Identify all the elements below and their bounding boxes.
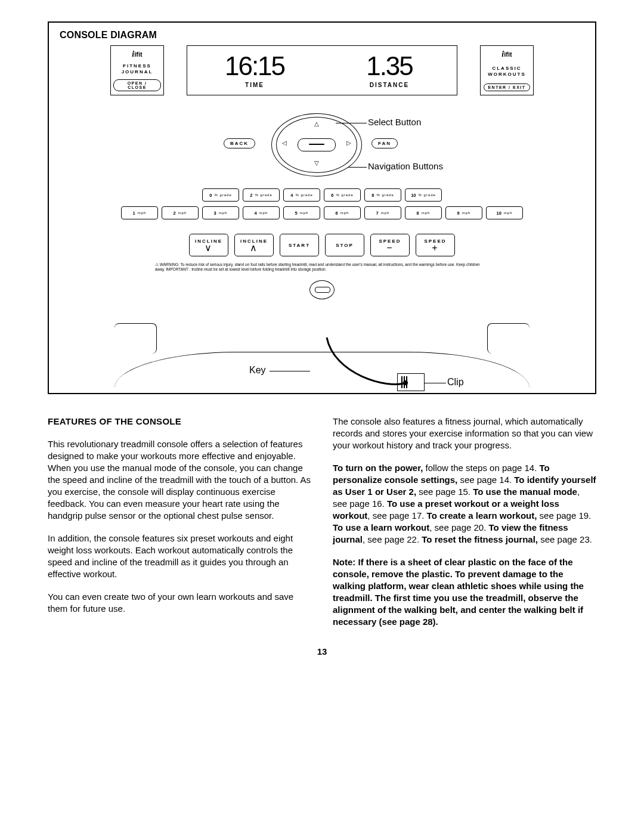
annotation-leader	[336, 123, 367, 123]
paragraph: You can even create two of your own lear…	[48, 591, 311, 615]
warning-text: ⚠ WARNING: To reduce risk of serious inj…	[155, 262, 489, 272]
speed-button-9[interactable]: 9mph	[445, 206, 482, 219]
safety-key-port[interactable]	[309, 280, 335, 299]
speed-button-5[interactable]: 5mph	[283, 206, 320, 219]
page-number: 13	[48, 646, 596, 657]
paragraph: In addition, the console features six pr…	[48, 532, 311, 580]
back-button[interactable]: BACK	[224, 138, 255, 148]
speed-button-2[interactable]: 2mph	[162, 206, 199, 219]
grade-button-10[interactable]: 10% grade	[405, 188, 442, 202]
paragraph: The console also features a fitness jour…	[333, 416, 596, 451]
speed-button-6[interactable]: 6mph	[324, 206, 361, 219]
ifit-logo: iifit	[132, 49, 142, 59]
distance-label: DISTANCE	[370, 82, 409, 88]
annotation-leader	[425, 383, 446, 383]
nav-left-icon[interactable]: ◁	[282, 140, 287, 146]
navigation-annotation: Navigation Buttons	[368, 161, 443, 171]
speed-button-3[interactable]: 3mph	[202, 206, 239, 219]
key-callout: Key	[249, 365, 266, 376]
fan-button[interactable]: FAN	[371, 138, 398, 148]
speed--button[interactable]: SPEED+	[416, 234, 455, 256]
base-curve	[114, 352, 530, 388]
safety-clip[interactable]	[397, 373, 425, 391]
annotation-leader	[270, 371, 310, 371]
time-label: TIME	[245, 82, 264, 88]
classic-workouts-box: iifit CLASSIC WORKOUTS ENTER / EXIT	[480, 45, 534, 95]
diagram-title: CONSOLE DIAGRAM	[60, 30, 584, 41]
nav-down-icon[interactable]: ▽	[314, 160, 319, 166]
incline--button[interactable]: INCLINE∨	[189, 234, 228, 256]
annotation-leader	[348, 167, 367, 168]
nav-right-icon[interactable]: ▷	[346, 140, 351, 146]
stop-main-button[interactable]: STOP	[325, 234, 364, 256]
grade-button-6[interactable]: 6% grade	[324, 188, 361, 202]
console-diagram-frame: CONSOLE DIAGRAM iifit FITNESS JOURNAL OP…	[48, 21, 596, 394]
handle-right	[487, 323, 530, 354]
paragraph: To turn on the power, follow the steps o…	[333, 462, 596, 546]
grade-button-0[interactable]: 0% grade	[202, 188, 239, 202]
nav-up-icon[interactable]: △	[314, 120, 319, 127]
paragraph: Note: If there is a sheet of clear plast…	[333, 556, 596, 628]
open-close-button[interactable]: OPEN / CLOSE	[113, 79, 161, 91]
features-heading: FEATURES OF THE CONSOLE	[48, 416, 311, 428]
speed-button-4[interactable]: 4mph	[243, 206, 280, 219]
lcd-display: 16:15 TIME 1.35 DISTANCE	[187, 45, 457, 95]
grade-button-8[interactable]: 8% grade	[364, 188, 401, 202]
speed-button-7[interactable]: 7mph	[364, 206, 401, 219]
grade-button-2[interactable]: 2% grade	[243, 188, 280, 202]
distance-value: 1.35	[366, 53, 413, 79]
paragraph: This revolutionary treadmill console off…	[48, 438, 311, 522]
handle-left	[114, 323, 157, 354]
incline--button[interactable]: INCLINE∧	[234, 234, 274, 256]
start-main-button[interactable]: START	[280, 234, 319, 256]
time-value: 16:15	[225, 53, 284, 79]
select-annotation: Select Button	[368, 117, 421, 127]
body-text: FEATURES OF THE CONSOLE This revolutiona…	[48, 416, 596, 632]
ifit-logo: iifit	[501, 49, 512, 59]
clip-callout: Clip	[447, 377, 464, 388]
select-button[interactable]	[298, 138, 336, 151]
speed-button-8[interactable]: 8mph	[405, 206, 442, 219]
fitness-journal-box: iifit FITNESS JOURNAL OPEN / CLOSE	[110, 45, 164, 95]
speed-button-1[interactable]: 1mph	[121, 206, 158, 219]
speed--button[interactable]: SPEED−	[370, 234, 410, 256]
enter-exit-button[interactable]: ENTER / EXIT	[484, 83, 530, 91]
speed-button-10[interactable]: 10mph	[486, 206, 523, 219]
grade-button-4[interactable]: 4% grade	[283, 188, 320, 202]
